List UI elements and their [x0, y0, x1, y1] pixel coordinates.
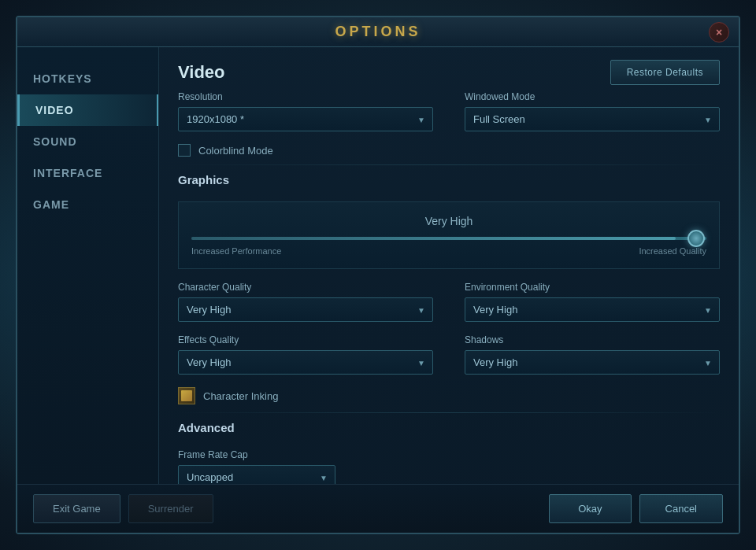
- colorblind-row: Colorblind Mode: [178, 144, 720, 157]
- advanced-section: Advanced: [178, 421, 720, 438]
- title-bar: OPTIONS ×: [17, 17, 739, 47]
- graphics-quality-box: Very High Increased Performance Increase…: [178, 201, 720, 269]
- character-inking-checkbox[interactable]: [178, 387, 195, 404]
- sidebar-item-sound[interactable]: SOUND: [17, 126, 158, 157]
- colorblind-checkbox[interactable]: [178, 144, 191, 157]
- sidebar-item-hotkeys[interactable]: HOTKEYS: [17, 63, 158, 94]
- environment-quality-select[interactable]: Very High High Medium Low: [465, 297, 720, 322]
- frame-rate-select[interactable]: Uncapped 30 60 120 144 240: [178, 465, 335, 484]
- effects-shadows-row: Effects Quality Very High High Medium Lo…: [178, 334, 720, 375]
- frame-rate-group: Frame Rate Cap Uncapped 30 60 120 144 24…: [178, 449, 335, 484]
- char-env-quality-row: Character Quality Very High High Medium …: [178, 282, 720, 322]
- divider-1: [178, 164, 720, 165]
- frame-rate-row: Frame Rate Cap Uncapped 30 60 120 144 24…: [178, 449, 720, 484]
- character-quality-select[interactable]: Very High High Medium Low: [178, 297, 433, 322]
- restore-defaults-button[interactable]: Restore Defaults: [610, 60, 720, 85]
- shadows-label: Shadows: [465, 334, 720, 345]
- environment-quality-select-wrapper: Very High High Medium Low ▼: [465, 297, 720, 322]
- bottom-right-buttons: Okay Cancel: [549, 494, 723, 523]
- frame-rate-label: Frame Rate Cap: [178, 449, 335, 460]
- character-inking-label: Character Inking: [203, 390, 278, 402]
- resolution-label: Resolution: [178, 91, 433, 102]
- sidebar: HOTKEYS VIDEO SOUND INTERFACE GAME: [17, 47, 159, 484]
- shadows-select-wrapper: Very High High Medium Low Off ▼: [465, 350, 720, 375]
- checkbox-icon-inner: [181, 390, 192, 401]
- resolution-select[interactable]: 1920x1080 * 1280x720 1024x768: [178, 107, 433, 131]
- resolution-select-wrapper: 1920x1080 * 1280x720 1024x768 ▼: [178, 107, 433, 131]
- options-dialog: OPTIONS × HOTKEYS VIDEO SOUND INTERFACE …: [16, 16, 740, 534]
- character-inking-row: Character Inking: [178, 387, 720, 404]
- sidebar-item-interface[interactable]: INTERFACE: [17, 157, 158, 189]
- frame-rate-select-wrapper: Uncapped 30 60 120 144 240 ▼: [178, 465, 335, 484]
- bottom-left-buttons: Exit Game Surrender: [33, 494, 213, 523]
- character-quality-label: Character Quality: [178, 282, 433, 293]
- effects-quality-select-wrapper: Very High High Medium Low ▼: [178, 350, 433, 375]
- surrender-button[interactable]: Surrender: [128, 494, 213, 523]
- content-scroll[interactable]: Resolution 1920x1080 * 1280x720 1024x768…: [159, 91, 739, 484]
- graphics-slider-thumb[interactable]: [687, 230, 705, 247]
- slider-labels: Increased Performance Increased Quality: [191, 246, 706, 256]
- windowed-mode-select[interactable]: Full Screen Windowed Borderless: [465, 107, 720, 131]
- graphics-section: Graphics: [178, 173, 720, 190]
- resolution-windowed-row: Resolution 1920x1080 * 1280x720 1024x768…: [178, 91, 720, 131]
- okay-button[interactable]: Okay: [549, 494, 631, 523]
- shadows-group: Shadows Very High High Medium Low Off ▼: [465, 334, 720, 375]
- sidebar-item-video[interactable]: VIDEO: [17, 94, 158, 126]
- slider-track: [191, 237, 706, 240]
- resolution-group: Resolution 1920x1080 * 1280x720 1024x768…: [178, 91, 433, 131]
- sidebar-item-game[interactable]: GAME: [17, 189, 158, 220]
- cancel-button[interactable]: Cancel: [639, 494, 723, 523]
- page-title: Video: [178, 62, 225, 83]
- windowed-mode-group: Windowed Mode Full Screen Windowed Borde…: [465, 91, 720, 131]
- slider-fill: [191, 237, 676, 240]
- windowed-mode-label: Windowed Mode: [465, 91, 720, 102]
- environment-quality-group: Environment Quality Very High High Mediu…: [465, 282, 720, 322]
- graphics-quality-label: Very High: [191, 215, 706, 227]
- effects-quality-group: Effects Quality Very High High Medium Lo…: [178, 334, 433, 375]
- effects-quality-label: Effects Quality: [178, 334, 433, 345]
- divider-2: [178, 412, 720, 413]
- effects-quality-select[interactable]: Very High High Medium Low: [178, 350, 433, 375]
- shadows-select[interactable]: Very High High Medium Low Off: [465, 350, 720, 375]
- colorblind-label: Colorblind Mode: [198, 145, 273, 157]
- slider-thumb-inner: [687, 230, 705, 247]
- slider-label-left: Increased Performance: [191, 246, 281, 256]
- environment-quality-label: Environment Quality: [465, 282, 720, 293]
- character-quality-group: Character Quality Very High High Medium …: [178, 282, 433, 322]
- content-area: Video Restore Defaults Resolution 1920x1…: [159, 47, 739, 484]
- close-button[interactable]: ×: [709, 22, 729, 42]
- character-quality-select-wrapper: Very High High Medium Low ▼: [178, 297, 433, 322]
- windowed-mode-select-wrapper: Full Screen Windowed Borderless ▼: [465, 107, 720, 131]
- slider-label-right: Increased Quality: [639, 246, 706, 256]
- graphics-slider-container: [191, 237, 706, 240]
- advanced-section-title: Advanced: [178, 421, 235, 434]
- graphics-section-title: Graphics: [178, 173, 229, 186]
- main-area: HOTKEYS VIDEO SOUND INTERFACE GAME Video…: [17, 47, 739, 484]
- bottom-bar: Exit Game Surrender Okay Cancel: [17, 484, 739, 533]
- exit-game-button[interactable]: Exit Game: [33, 494, 120, 523]
- dialog-title: OPTIONS: [335, 24, 421, 40]
- content-header: Video Restore Defaults: [159, 47, 739, 91]
